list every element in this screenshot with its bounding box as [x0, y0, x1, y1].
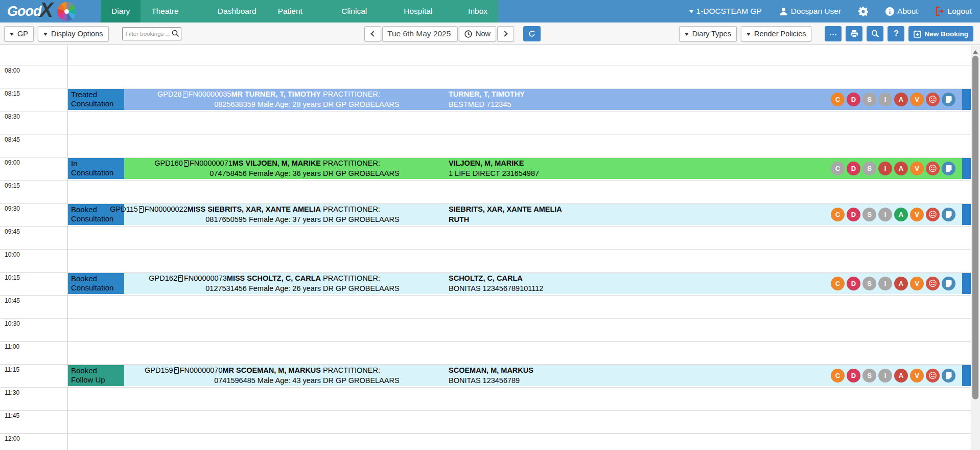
unhappy-face-icon[interactable]: ☹ [926, 277, 940, 290]
time-slot[interactable]: 08:30 [0, 111, 971, 134]
note-icon[interactable] [942, 93, 955, 106]
badge-v[interactable]: V [910, 208, 924, 221]
color-wheel-icon [57, 2, 76, 21]
previous-day-button[interactable] [364, 26, 381, 41]
print-button[interactable] [846, 26, 862, 41]
time-slot[interactable]: 10:30 [0, 318, 971, 341]
tab-clinical-reports[interactable]: Clinical Reports [331, 0, 393, 22]
goodx-logo[interactable]: GoodX [0, 0, 101, 22]
badge-c[interactable]: C [831, 93, 845, 106]
booking-name-column: SCHOLTZ, C, CARLABONITAS 123456789101112 [449, 273, 576, 294]
badge-i[interactable]: I [878, 208, 892, 221]
diary-types-dropdown[interactable]: Diary Types [679, 26, 737, 41]
badge-a[interactable]: A [894, 208, 908, 221]
booking-row[interactable]: In ConsultationGPD160FN00000071MS VILJOE… [68, 158, 971, 179]
time-slot[interactable]: 11:00 [0, 341, 971, 364]
render-policies-dropdown[interactable]: Render Policies [741, 26, 812, 41]
note-icon[interactable] [942, 208, 955, 221]
new-booking-button[interactable]: New Booking [908, 26, 973, 41]
badge-i[interactable]: I [878, 93, 892, 106]
about-button[interactable]: i About [885, 7, 918, 16]
note-icon[interactable] [942, 162, 955, 175]
booking-end-bar [962, 204, 971, 225]
scroll-up-arrow-icon[interactable] [973, 48, 978, 54]
gp-diary-dropdown[interactable]: GP [4, 26, 34, 41]
badge-s[interactable]: S [862, 208, 876, 221]
time-slot[interactable]: 09:45 [0, 226, 971, 249]
badge-d[interactable]: D [847, 369, 860, 382]
tab-inbox[interactable]: Inbox [457, 0, 498, 22]
badge-c[interactable]: C [831, 208, 845, 221]
badge-v[interactable]: V [910, 277, 924, 290]
now-button[interactable]: Now [459, 26, 496, 41]
time-slot[interactable]: 12:00 [0, 433, 971, 450]
unhappy-face-icon[interactable]: ☹ [926, 162, 940, 175]
booking-practitioner: PRACTITIONER:DR GP GROBELAARS [321, 365, 449, 386]
badge-i[interactable]: I [878, 369, 892, 382]
logout-button[interactable]: Logout [936, 7, 972, 16]
refresh-button[interactable] [523, 26, 541, 41]
badge-v[interactable]: V [910, 162, 924, 175]
settings-button[interactable] [858, 7, 868, 16]
badge-c[interactable]: C [831, 369, 845, 382]
badge-d[interactable]: D [847, 277, 860, 290]
more-options-button[interactable]: ... [825, 26, 842, 41]
scrollbar-thumb[interactable] [972, 56, 978, 399]
clock-icon [464, 30, 472, 38]
practice-selector[interactable]: 1-DOCSTEAM GP [689, 7, 762, 16]
booking-row[interactable]: Treated ConsultationGPD28FN00000035MR TU… [68, 89, 971, 110]
badge-s[interactable]: S [862, 162, 876, 175]
time-slot[interactable]: 08:00 [0, 65, 971, 88]
badge-d[interactable]: D [847, 208, 860, 221]
user-menu[interactable]: Docspan User [779, 7, 841, 16]
practitioner-name: DR GP GROBELAARS [323, 100, 449, 109]
diary-code: GPD159 [145, 366, 173, 375]
refresh-icon [528, 30, 535, 38]
badge-c[interactable]: C [831, 277, 845, 290]
booking-row[interactable]: Booked ConsultationGPD162FN00000073MISS … [68, 273, 971, 294]
next-day-button[interactable] [497, 26, 514, 41]
time-slot[interactable]: 10:45 [0, 295, 971, 318]
badge-d[interactable]: D [847, 93, 860, 106]
time-slot[interactable]: 09:15 [0, 180, 971, 203]
patient-phone-age: 0817650595 Female Age: 37 years [124, 215, 321, 224]
time-slot[interactable]: 10:00 [0, 249, 971, 272]
time-slot[interactable]: 11:30 [0, 387, 971, 410]
badge-a[interactable]: A [894, 162, 908, 175]
tab-patient-identifier[interactable]: Patient Identifier [267, 0, 331, 22]
vertical-scrollbar[interactable] [971, 46, 980, 450]
badge-v[interactable]: V [910, 93, 924, 106]
diary-code: GPD162 [149, 274, 177, 283]
tab-hospital-rounds[interactable]: Hospital Rounds [393, 0, 457, 22]
note-icon[interactable] [942, 369, 955, 382]
badge-v[interactable]: V [910, 369, 924, 382]
badge-a[interactable]: A [894, 277, 908, 290]
practitioner-label: PRACTITIONER: [323, 159, 449, 168]
badge-s[interactable]: S [862, 93, 876, 106]
time-slot[interactable]: 11:45 [0, 410, 971, 433]
badge-a[interactable]: A [894, 93, 908, 106]
badge-s[interactable]: S [862, 369, 876, 382]
booking-row[interactable]: Booked Follow UpGPD159FN00000070MR SCOEM… [68, 365, 971, 386]
tab-theatre-manager[interactable]: Theatre Manager [141, 0, 207, 22]
patient-phone-age: 074758456 Female Age: 36 years [124, 169, 321, 178]
unhappy-face-icon[interactable]: ☹ [926, 369, 940, 382]
booking-row[interactable]: Booked ConsultationGPD115FN00000022MISS … [68, 204, 971, 225]
unhappy-face-icon[interactable]: ☹ [926, 93, 940, 106]
search-button[interactable] [867, 26, 883, 41]
badge-a[interactable]: A [894, 369, 908, 382]
unhappy-face-icon[interactable]: ☹ [926, 208, 940, 221]
help-button[interactable]: ? [888, 26, 904, 41]
badge-i[interactable]: I [878, 277, 892, 290]
note-icon[interactable] [942, 277, 955, 290]
badge-s[interactable]: S [862, 277, 876, 290]
date-field[interactable] [382, 26, 458, 41]
time-slot[interactable]: 08:45 [0, 134, 971, 157]
patient-name: SCOEMAN, M, MARKUS [449, 366, 576, 375]
tab-dashboard[interactable]: Dashboard [207, 0, 267, 22]
tab-diary[interactable]: Diary [101, 0, 141, 22]
badge-d[interactable]: D [847, 162, 860, 175]
badge-c[interactable]: C [831, 162, 845, 175]
display-options-dropdown[interactable]: Display Options [38, 26, 109, 41]
badge-i[interactable]: I [878, 162, 892, 175]
